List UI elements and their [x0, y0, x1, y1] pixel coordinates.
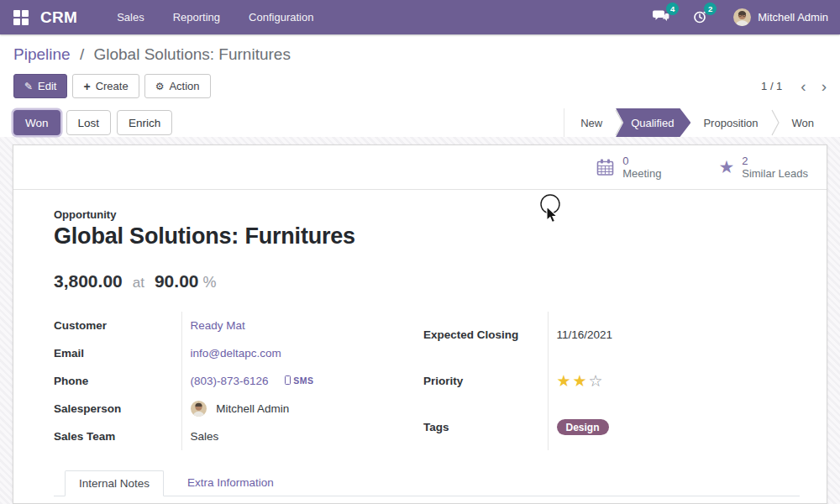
salesperson-row: Salesperson Mitchell Admin	[54, 395, 423, 423]
sales-team-value: Sales	[191, 430, 219, 443]
priority-label: Priority	[423, 358, 548, 404]
priority-star-1-icon[interactable]: ★	[557, 372, 573, 390]
record-card: 0 Meeting ★ 2 Similar Leads Opportunity …	[13, 144, 827, 504]
enrich-button[interactable]: Enrich	[117, 110, 172, 135]
customer-row: Customer Ready Mat	[54, 312, 423, 339]
star-icon: ★	[718, 159, 734, 176]
stage-won[interactable]: Won	[780, 108, 827, 137]
plus-icon: +	[83, 80, 90, 93]
edit-button[interactable]: ✎ Edit	[13, 74, 67, 98]
email-row: Email info@deltapc.com	[54, 339, 423, 367]
similar-leads-count: 2	[742, 155, 808, 167]
expected-closing-row: Expected Closing 11/16/2021	[423, 312, 800, 358]
breadcrumb-current: Global Solutions: Furnitures	[93, 45, 290, 63]
percent-sign: %	[203, 274, 217, 291]
stage-qualified[interactable]: Qualified	[616, 108, 690, 137]
lost-button[interactable]: Lost	[66, 110, 112, 135]
won-button[interactable]: Won	[13, 110, 60, 135]
stage-statusbar: New Qualified Proposition Won	[564, 108, 827, 137]
tab-internal-notes[interactable]: Internal Notes	[65, 470, 164, 496]
customer-label: Customer	[54, 312, 181, 339]
menu-configuration[interactable]: Configuration	[234, 0, 328, 34]
control-panel: Pipeline / Global Solutions: Furnitures …	[0, 34, 840, 137]
user-menu[interactable]: Mitchell Admin	[733, 8, 828, 26]
messages-button[interactable]: 4	[653, 8, 670, 26]
toolbar: ✎ Edit + Create ⚙ Action 1 / 1 ‹ ›	[13, 74, 827, 98]
priority-star-3-icon[interactable]: ☆	[589, 372, 605, 390]
expected-closing-value: 11/16/2021	[557, 328, 613, 341]
top-navbar: CRM Sales Reporting Configuration 4 2	[0, 0, 840, 34]
at-label: at	[133, 275, 144, 291]
pager-previous-icon[interactable]: ‹	[801, 78, 806, 94]
action-button[interactable]: ⚙ Action	[144, 74, 211, 98]
messages-badge: 4	[666, 3, 679, 15]
probability-value: 90.00	[155, 271, 199, 291]
opportunity-title: Global Solutions: Furnitures	[54, 223, 800, 249]
sales-team-row: Sales Team Sales	[54, 423, 423, 450]
calendar-icon	[596, 158, 615, 177]
form-sheet: Opportunity Global Solutions: Furnitures…	[13, 190, 827, 503]
similar-leads-label: Similar Leads	[742, 167, 808, 180]
expected-revenue: 3,800.00 at 90.00 %	[54, 271, 800, 291]
breadcrumb-pipeline-link[interactable]: Pipeline	[13, 45, 71, 63]
pencil-icon: ✎	[24, 81, 33, 92]
breadcrumb-separator: /	[80, 45, 84, 63]
pager-value[interactable]: 1 / 1	[761, 80, 782, 92]
pager-next-icon[interactable]: ›	[822, 78, 827, 94]
phone-link[interactable]: (803)-873-6126	[191, 375, 269, 387]
apps-grid-icon[interactable]	[13, 10, 29, 25]
stage-new[interactable]: New	[568, 108, 615, 137]
meeting-label: Meeting	[622, 167, 661, 180]
activities-badge: 2	[704, 3, 717, 15]
meeting-count: 0	[622, 155, 661, 167]
menu-reporting[interactable]: Reporting	[159, 0, 234, 34]
similar-leads-stat-button[interactable]: ★ 2 Similar Leads	[711, 151, 815, 183]
tags-label: Tags	[423, 404, 548, 450]
expected-closing-label: Expected Closing	[423, 312, 548, 358]
tab-extra-information[interactable]: Extra Information	[174, 470, 287, 496]
email-label: Email	[54, 339, 181, 367]
left-field-group: Customer Ready Mat Email info@deltapc.co…	[54, 312, 423, 450]
phone-row: Phone (803)-873-6126 SMS	[54, 367, 423, 395]
opportunity-type-label: Opportunity	[54, 208, 800, 221]
meeting-stat-button[interactable]: 0 Meeting	[589, 151, 668, 183]
chevron-separator-icon	[771, 108, 780, 137]
create-button[interactable]: + Create	[72, 74, 139, 98]
priority-row: Priority ★★☆	[423, 358, 800, 404]
form-view-background: 0 Meeting ★ 2 Similar Leads Opportunity …	[0, 137, 840, 504]
status-row: Won Lost Enrich New Qualified Propositio…	[13, 108, 827, 137]
priority-star-2-icon[interactable]: ★	[573, 372, 589, 390]
tag-design: Design	[557, 419, 609, 435]
breadcrumb: Pipeline / Global Solutions: Furnitures	[13, 45, 827, 65]
user-name: Mitchell Admin	[758, 11, 828, 24]
notebook-tabs: Internal Notes Extra Information	[54, 470, 800, 496]
salesperson-avatar	[191, 401, 207, 417]
tags-row: Tags Design	[423, 404, 800, 450]
menu-sales[interactable]: Sales	[102, 0, 159, 34]
amount-value: 3,800.00	[54, 271, 123, 291]
pager: 1 / 1 ‹ ›	[761, 78, 827, 94]
stage-proposition[interactable]: Proposition	[690, 108, 770, 137]
customer-link[interactable]: Ready Mat	[191, 319, 245, 332]
sales-team-label: Sales Team	[54, 423, 181, 450]
user-avatar	[733, 8, 751, 26]
gear-icon: ⚙	[155, 81, 165, 92]
phone-label: Phone	[54, 367, 181, 395]
sms-button[interactable]: SMS	[285, 375, 313, 386]
salesperson-label: Salesperson	[54, 395, 181, 423]
activities-button[interactable]: 2	[692, 8, 708, 27]
mobile-phone-icon	[285, 375, 291, 385]
stat-button-box: 0 Meeting ★ 2 Similar Leads	[13, 145, 827, 190]
app-brand[interactable]: CRM	[40, 8, 77, 27]
salesperson-value: Mitchell Admin	[216, 402, 289, 415]
right-field-group: Expected Closing 11/16/2021 Priority ★★☆…	[423, 312, 800, 450]
field-groups: Customer Ready Mat Email info@deltapc.co…	[54, 312, 800, 450]
priority-stars: ★★☆	[557, 372, 605, 390]
email-link[interactable]: info@deltapc.com	[191, 347, 281, 360]
